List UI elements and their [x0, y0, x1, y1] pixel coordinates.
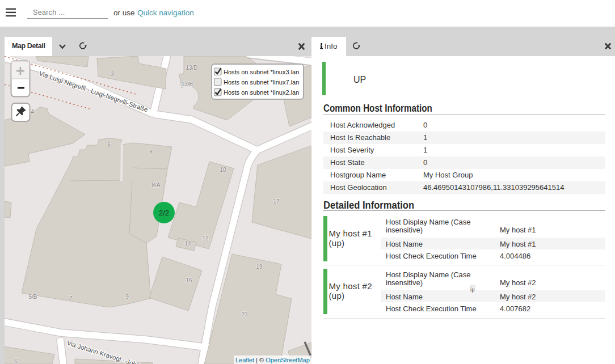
- svg-text:9: 9: [125, 294, 129, 300]
- svg-text:12: 12: [202, 235, 209, 242]
- svg-text:Hosts on subnet *linux3.lan: Hosts on subnet *linux3.lan: [224, 69, 299, 75]
- svg-text:8/A: 8/A: [151, 182, 160, 188]
- svg-text:Hosts on subnet *linux2.lan: Hosts on subnet *linux2.lan: [224, 89, 299, 96]
- svg-text:7: 7: [69, 295, 73, 302]
- svg-text:10: 10: [220, 167, 226, 173]
- svg-text:13/D: 13/D: [186, 65, 197, 71]
- svg-text:Leaflet | © OpenStreetMap: Leaflet | © OpenStreetMap: [235, 357, 310, 363]
- svg-text:16: 16: [186, 277, 192, 283]
- svg-text:Hosts on subnet *linux7.lan: Hosts on subnet *linux7.lan: [224, 79, 299, 86]
- svg-text:19: 19: [256, 264, 263, 270]
- svg-text:23: 23: [241, 311, 248, 318]
- svg-text:2/2: 2/2: [159, 209, 169, 217]
- svg-text:8: 8: [149, 149, 153, 155]
- svg-text:13/B: 13/B: [182, 81, 193, 87]
- svg-text:6: 6: [107, 142, 111, 148]
- svg-text:5/B: 5/B: [28, 294, 37, 300]
- svg-text:3: 3: [111, 71, 114, 77]
- svg-text:6: 6: [14, 358, 18, 364]
- svg-text:17: 17: [273, 198, 280, 205]
- svg-text:14: 14: [184, 240, 191, 247]
- svg-text:4: 4: [31, 109, 34, 115]
